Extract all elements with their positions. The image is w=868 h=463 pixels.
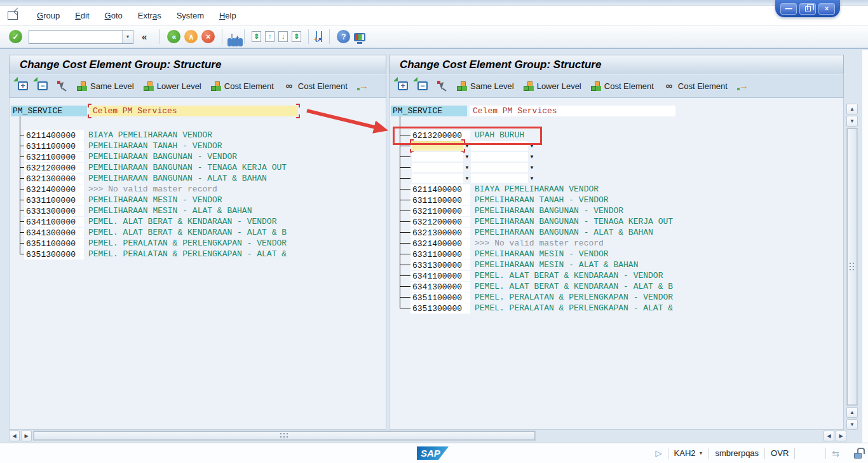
cost-element-code[interactable]: 6331100000 (410, 249, 470, 259)
menu-item-goto[interactable]: Goto (97, 8, 130, 23)
display-cost-element-button[interactable]: Cost Element (281, 80, 349, 92)
cost-element-code[interactable]: 6341100000 (24, 217, 84, 227)
cost-element-code[interactable]: 6321300000 (410, 228, 470, 238)
help-button[interactable]: ? (337, 30, 350, 43)
group-description-cell[interactable]: Celem PM Services (470, 106, 675, 116)
insert-mode-indicator[interactable]: OVR (771, 448, 789, 458)
cost-element-code[interactable]: 6321200000 (24, 163, 84, 173)
add-cost-element-button[interactable]: Cost Element (589, 80, 656, 92)
collapse-button[interactable]: − (416, 80, 430, 92)
cost-element-code[interactable]: 6351100000 (24, 238, 84, 249)
scroll-right-button[interactable]: ▶ (836, 431, 846, 441)
cost-element-desc: >>> No valid master record (88, 184, 217, 194)
collapse-button[interactable]: − (36, 80, 50, 92)
cost-element-code[interactable]: 6311100000 (24, 141, 84, 151)
cost-element-code[interactable]: 6331300000 (24, 206, 84, 216)
restore-button[interactable] (799, 3, 816, 15)
cost-element-code[interactable]: 6341300000 (24, 228, 84, 238)
dropdown-icon[interactable]: ▼ (463, 165, 471, 170)
scroll-up-button[interactable]: ▲ (846, 407, 858, 418)
scrollbar-thumb[interactable] (34, 431, 535, 440)
reassign-button[interactable] (735, 80, 750, 92)
create-shortcut-button[interactable] (321, 32, 322, 41)
value-field[interactable] (412, 152, 463, 162)
scroll-down-button[interactable]: ▼ (846, 116, 858, 127)
tree-row: 6211400000BIAYA PEMELIHARAAN VENDOR (10, 130, 386, 141)
first-page-button[interactable]: ⇕ (252, 31, 261, 42)
dropdown-icon[interactable]: ▼ (463, 176, 471, 181)
value-field[interactable] (412, 163, 463, 172)
expand-button[interactable]: + (396, 80, 410, 92)
lower-level-label: Lower Level (157, 81, 201, 91)
value-field[interactable] (471, 152, 528, 162)
close-button[interactable]: × (818, 3, 835, 15)
cost-element-code[interactable]: 6331100000 (24, 195, 84, 205)
page-up-button[interactable]: ↑ (265, 31, 275, 42)
collapse-command-button[interactable]: « (140, 31, 149, 42)
reassign-button[interactable] (355, 80, 370, 92)
cost-element-code[interactable]: 6211400000 (410, 184, 470, 195)
select-button[interactable] (55, 79, 69, 92)
customize-button[interactable] (354, 32, 365, 41)
menu-item-help[interactable]: Help (212, 8, 244, 23)
scroll-left-button[interactable]: ◀ (824, 431, 834, 441)
scroll-up-button[interactable]: ▲ (846, 104, 858, 114)
group-name-cell[interactable]: PM_SERVICE (391, 106, 467, 116)
cost-element-code[interactable]: 6321400000 (410, 238, 470, 249)
cancel-button[interactable]: × (201, 30, 215, 43)
menu-item-extras[interactable]: Extras (130, 8, 169, 23)
minimize-icon: — (785, 5, 792, 12)
scrollbar-track[interactable] (846, 128, 858, 406)
scroll-left-button[interactable]: ◀ (9, 431, 20, 441)
dropdown-icon[interactable]: ▼ (528, 176, 536, 181)
scrollbar-thumb[interactable] (847, 128, 857, 405)
cost-element-code[interactable]: 6321100000 (410, 206, 470, 216)
group-name-cell[interactable]: PM_SERVICE (11, 106, 87, 116)
cost-element-code[interactable]: 6351300000 (410, 303, 470, 314)
cost-element-code[interactable]: 6321300000 (24, 174, 84, 184)
last-page-button[interactable]: ⇕ (292, 31, 301, 42)
value-field[interactable] (412, 174, 463, 183)
menu-item-system[interactable]: System (169, 8, 212, 23)
horizontal-scrollbar: ◀ ▶ (9, 430, 536, 441)
cost-element-code[interactable]: 6311100000 (410, 195, 470, 205)
exit-button[interactable]: ∧ (184, 30, 198, 43)
scroll-down-button[interactable]: ▼ (846, 419, 858, 430)
page-down-button[interactable]: ↓ (278, 31, 288, 42)
cost-element-code[interactable]: 6321200000 (410, 217, 470, 227)
system-menu-icon[interactable] (8, 11, 18, 20)
system-field[interactable]: KAH2▼ (674, 448, 703, 458)
enter-button[interactable]: ✓ (9, 30, 22, 43)
performance-icon[interactable]: ▷ (656, 448, 662, 458)
cost-element-code[interactable]: 6341300000 (410, 282, 470, 292)
lower-level-button[interactable]: Lower Level (142, 80, 203, 92)
add-cost-element-button[interactable]: Cost Element (209, 80, 276, 92)
same-level-button[interactable]: Same Level (455, 80, 516, 92)
command-dropdown-button[interactable]: ▼ (122, 31, 133, 43)
group-description-cell[interactable]: Celem PM Services (90, 106, 298, 116)
cost-element-code[interactable]: 6351100000 (410, 293, 470, 303)
cost-element-code[interactable]: 6211400000 (24, 130, 84, 141)
scrollbar-track[interactable] (33, 431, 536, 441)
dropdown-icon[interactable]: ▼ (528, 154, 536, 160)
cost-element-code[interactable]: 6351300000 (24, 249, 84, 259)
display-cost-element-button[interactable]: Cost Element (661, 80, 729, 92)
value-field[interactable] (471, 174, 528, 183)
dropdown-icon[interactable]: ▼ (528, 165, 536, 170)
menu-item-edit[interactable]: Edit (67, 8, 97, 23)
lower-level-button[interactable]: Lower Level (522, 80, 583, 92)
same-level-button[interactable]: Same Level (75, 80, 136, 92)
cost-element-code[interactable]: 6341100000 (410, 271, 470, 281)
menu-item-group[interactable]: Group (29, 8, 67, 23)
cost-element-code[interactable]: 6331300000 (410, 260, 470, 270)
cost-element-code[interactable]: 6321100000 (24, 152, 84, 162)
scroll-right-button[interactable]: ▶ (21, 431, 32, 441)
select-button[interactable] (435, 79, 449, 92)
cost-element-code[interactable]: 6321400000 (24, 184, 84, 195)
command-field[interactable] (29, 32, 122, 41)
expand-button[interactable]: + (16, 80, 30, 92)
value-field[interactable] (471, 163, 528, 172)
minimize-button[interactable]: — (780, 3, 797, 15)
back-button[interactable]: « (167, 30, 180, 43)
dropdown-icon[interactable]: ▼ (463, 154, 471, 160)
